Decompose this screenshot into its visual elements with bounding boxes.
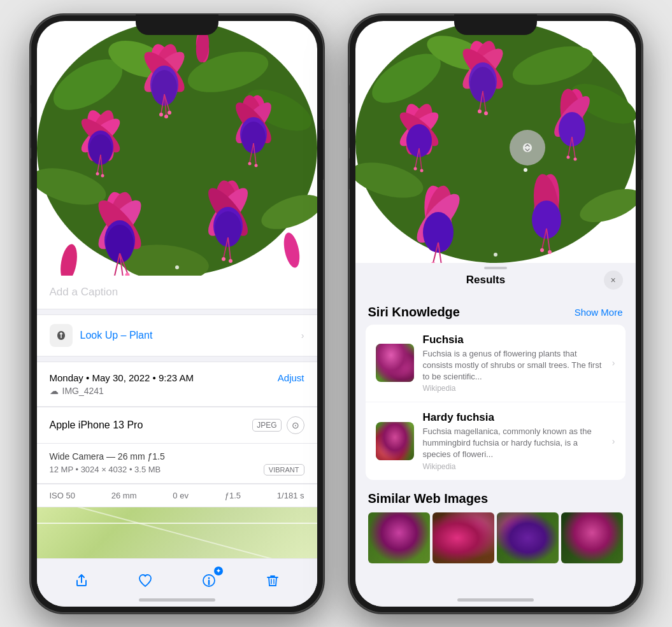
device-name: Apple iPhone 13 Pro bbox=[50, 419, 143, 431]
photo2-display[interactable] bbox=[355, 21, 636, 263]
power-button bbox=[323, 129, 324, 180]
svg-point-96 bbox=[559, 112, 585, 146]
visual-lookup-button[interactable] bbox=[510, 130, 545, 166]
camera-details: Wide Camera — 26 mm ƒ1.5 12 MP • 3024 × … bbox=[37, 444, 317, 484]
hardy-chevron: › bbox=[612, 436, 615, 446]
lookup-text: Look Up – Plant bbox=[80, 330, 153, 341]
exif-aperture: ƒ1.5 bbox=[225, 491, 241, 500]
volume-up-button bbox=[31, 116, 31, 148]
filename: IMG_4241 bbox=[62, 386, 104, 396]
vibrant-badge: VIBRANT bbox=[264, 464, 304, 476]
svg-point-17 bbox=[159, 113, 163, 116]
siri-knowledge-title: Siri Knowledge bbox=[368, 305, 460, 320]
svg-point-38 bbox=[248, 162, 251, 165]
jpeg-badge: JPEG bbox=[252, 419, 281, 432]
hardy-source: Wikipedia bbox=[423, 462, 603, 471]
svg-point-115 bbox=[548, 250, 552, 254]
map-area[interactable] bbox=[37, 507, 317, 558]
fuchsia-text: Fuchsia Fuchsia is a genus of flowering … bbox=[423, 334, 603, 393]
caption-placeholder: Add a Caption bbox=[50, 286, 118, 298]
lookup-chevron: › bbox=[301, 330, 304, 341]
info-badge: ✦ bbox=[214, 567, 223, 575]
similar-image-1[interactable] bbox=[368, 512, 430, 563]
svg-point-82 bbox=[478, 109, 482, 113]
results-panel: Results × Siri Knowledge Show More bbox=[355, 263, 636, 594]
home-indicator-1 bbox=[37, 594, 317, 607]
exif-focal: 26 mm bbox=[111, 491, 137, 500]
similar-image-2[interactable] bbox=[433, 512, 494, 563]
similar-section: Similar Web Images bbox=[355, 481, 636, 568]
silent-button bbox=[31, 85, 31, 104]
svg-point-51 bbox=[125, 272, 129, 276]
device-row: Apple iPhone 13 Pro JPEG ⊙ bbox=[37, 407, 317, 444]
svg-point-111 bbox=[532, 201, 561, 239]
meta-date: Monday • May 30, 2022 • 9:23 AM bbox=[50, 372, 194, 383]
svg-point-65 bbox=[281, 231, 302, 269]
phone2-notch bbox=[454, 15, 537, 35]
svg-point-61 bbox=[229, 259, 232, 263]
info-panel: Add a Caption Look Up – Plant › bbox=[37, 276, 317, 594]
exif-row: ISO 50 26 mm 0 ev ƒ1.5 1/181 s bbox=[37, 484, 317, 507]
svg-point-13 bbox=[152, 70, 177, 106]
exif-iso: ISO 50 bbox=[50, 491, 75, 500]
fuchsia-name: Fuchsia bbox=[423, 334, 603, 346]
svg-point-60 bbox=[222, 257, 225, 261]
photo2-dot bbox=[494, 253, 497, 257]
svg-point-28 bbox=[96, 172, 99, 175]
show-more-button[interactable]: Show More bbox=[575, 307, 623, 318]
cloud-icon: ☁ bbox=[50, 386, 59, 396]
camera-line1: Wide Camera — 26 mm ƒ1.5 bbox=[50, 451, 304, 461]
knowledge-card: Fuchsia Fuchsia is a genus of flowering … bbox=[366, 325, 626, 480]
hardy-text: Hardy fuchsia Fuchsia magellanica, commo… bbox=[423, 411, 603, 471]
siri-knowledge-header: Siri Knowledge Show More bbox=[355, 295, 636, 325]
volume-down-button bbox=[31, 158, 31, 190]
results-close-button[interactable]: × bbox=[604, 271, 623, 290]
info-button[interactable]: ✦ bbox=[195, 567, 223, 594]
device-badges: JPEG ⊙ bbox=[252, 416, 304, 434]
photo-dot-indicator bbox=[175, 265, 179, 269]
results-title: Results bbox=[368, 274, 604, 286]
phone2-vol-up bbox=[349, 116, 350, 148]
svg-point-83 bbox=[484, 111, 488, 115]
similar-image-4[interactable] bbox=[561, 512, 623, 563]
fuchsia-source: Wikipedia bbox=[423, 384, 603, 393]
svg-point-18 bbox=[164, 115, 168, 118]
svg-point-35 bbox=[241, 122, 266, 153]
similar-title: Similar Web Images bbox=[368, 491, 623, 506]
svg-point-92 bbox=[420, 169, 423, 172]
heart-button[interactable] bbox=[131, 567, 159, 594]
svg-point-114 bbox=[540, 248, 544, 252]
svg-point-79 bbox=[470, 67, 496, 102]
adjust-button[interactable]: Adjust bbox=[278, 372, 304, 383]
share-button[interactable] bbox=[68, 567, 96, 594]
meta-filename: ☁ IMG_4241 bbox=[50, 386, 304, 396]
photo-display[interactable] bbox=[37, 21, 317, 276]
trash-button[interactable] bbox=[259, 567, 287, 594]
phone2-silent bbox=[349, 85, 350, 104]
phone2-power bbox=[641, 129, 642, 180]
meta-section: Monday • May 30, 2022 • 9:23 AM Adjust ☁… bbox=[37, 362, 317, 407]
fuchsia-chevron: › bbox=[612, 358, 615, 368]
svg-point-99 bbox=[566, 155, 569, 159]
hardy-thumbnail bbox=[376, 422, 414, 460]
svg-point-19 bbox=[168, 111, 171, 115]
lookup-icon bbox=[50, 324, 73, 347]
fuchsia-desc: Fuchsia is a genus of flowering plants t… bbox=[423, 348, 603, 383]
knowledge-item-hardy[interactable]: Hardy fuchsia Fuchsia magellanica, commo… bbox=[366, 402, 626, 480]
lookup-row[interactable]: Look Up – Plant › bbox=[37, 314, 317, 356]
toolbar: ✦ bbox=[37, 558, 317, 594]
knowledge-item-fuchsia[interactable]: Fuchsia Fuchsia is a genus of flowering … bbox=[366, 325, 626, 403]
svg-point-100 bbox=[573, 157, 576, 160]
caption-area[interactable]: Add a Caption bbox=[37, 276, 317, 309]
svg-point-49 bbox=[112, 275, 117, 276]
similar-image-3[interactable] bbox=[497, 512, 559, 563]
results-header: Results × bbox=[355, 263, 636, 295]
results-handle bbox=[484, 267, 507, 269]
phone2-vol-down bbox=[349, 158, 350, 190]
phone-2: Results × Siri Knowledge Show More bbox=[349, 15, 642, 613]
svg-point-29 bbox=[101, 174, 104, 177]
hardy-name: Hardy fuchsia bbox=[423, 411, 603, 424]
phone-1: Add a Caption Look Up – Plant › bbox=[31, 15, 324, 613]
phone2-screen: Results × Siri Knowledge Show More bbox=[355, 21, 636, 607]
settings-icon[interactable]: ⊙ bbox=[287, 416, 304, 434]
